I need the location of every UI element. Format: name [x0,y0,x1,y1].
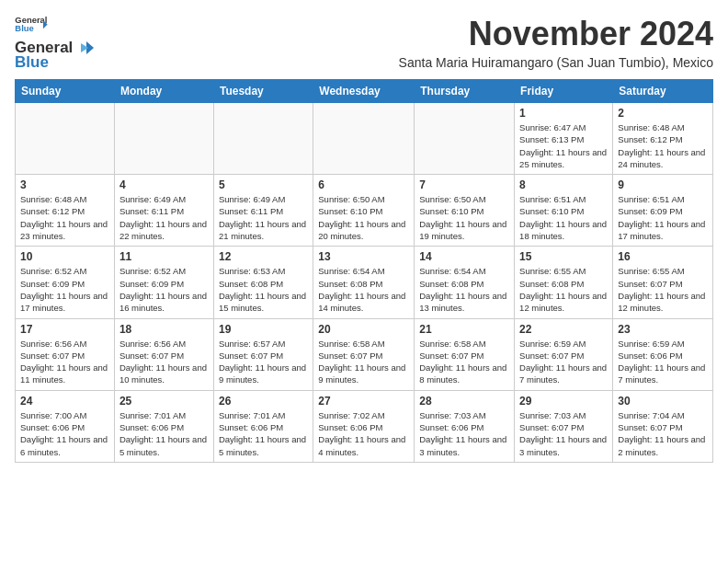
cell-info: Sunrise: 7:01 AM Sunset: 6:06 PM Dayligh… [119,409,209,458]
calendar-week-row: 1Sunrise: 6:47 AM Sunset: 6:13 PM Daylig… [16,103,713,175]
day-number: 28 [419,395,509,408]
day-number: 20 [318,323,409,336]
day-number: 24 [20,395,109,408]
day-number: 26 [219,395,308,408]
day-number: 8 [519,178,608,191]
calendar-header-wednesday: Wednesday [313,80,415,103]
logo-icon: General Blue [15,15,48,33]
calendar-cell [213,103,313,175]
calendar-cell [114,103,213,175]
cell-info: Sunrise: 6:50 AM Sunset: 6:10 PM Dayligh… [419,193,509,242]
calendar-cell: 25Sunrise: 7:01 AM Sunset: 6:06 PM Dayli… [114,390,213,462]
day-number: 25 [119,395,209,408]
day-number: 3 [20,178,109,191]
calendar-cell: 16Sunrise: 6:55 AM Sunset: 6:07 PM Dayli… [613,247,713,318]
cell-info: Sunrise: 7:03 AM Sunset: 6:07 PM Dayligh… [519,409,608,458]
cell-info: Sunrise: 7:03 AM Sunset: 6:06 PM Dayligh… [419,409,509,458]
day-number: 6 [318,178,409,191]
cell-info: Sunrise: 6:55 AM Sunset: 6:07 PM Dayligh… [618,265,708,314]
cell-info: Sunrise: 6:50 AM Sunset: 6:10 PM Dayligh… [318,193,409,242]
cell-info: Sunrise: 7:02 AM Sunset: 6:06 PM Dayligh… [318,409,409,458]
calendar-week-row: 10Sunrise: 6:52 AM Sunset: 6:09 PM Dayli… [16,247,713,318]
logo-blue: Blue [15,53,49,72]
cell-info: Sunrise: 6:51 AM Sunset: 6:10 PM Dayligh… [519,193,608,242]
calendar-cell: 5Sunrise: 6:49 AM Sunset: 6:11 PM Daylig… [213,175,313,247]
calendar-cell: 29Sunrise: 7:03 AM Sunset: 6:07 PM Dayli… [515,390,613,462]
cell-info: Sunrise: 6:58 AM Sunset: 6:07 PM Dayligh… [318,338,409,386]
calendar-header-friday: Friday [515,80,613,103]
calendar-cell: 15Sunrise: 6:55 AM Sunset: 6:08 PM Dayli… [515,247,613,318]
calendar-cell: 11Sunrise: 6:52 AM Sunset: 6:09 PM Dayli… [114,247,213,318]
cell-info: Sunrise: 7:01 AM Sunset: 6:06 PM Dayligh… [219,409,308,458]
day-number: 14 [419,250,509,263]
day-number: 11 [119,250,209,263]
cell-info: Sunrise: 6:48 AM Sunset: 6:12 PM Dayligh… [618,121,708,170]
day-number: 17 [20,323,109,336]
day-number: 21 [419,323,509,336]
calendar-cell: 1Sunrise: 6:47 AM Sunset: 6:13 PM Daylig… [515,103,613,175]
day-number: 1 [519,107,608,120]
calendar-cell: 27Sunrise: 7:02 AM Sunset: 6:06 PM Dayli… [313,390,415,462]
day-number: 5 [219,178,308,191]
cell-info: Sunrise: 6:52 AM Sunset: 6:09 PM Dayligh… [119,265,209,314]
calendar-week-row: 24Sunrise: 7:00 AM Sunset: 6:06 PM Dayli… [16,390,713,462]
calendar-cell: 20Sunrise: 6:58 AM Sunset: 6:07 PM Dayli… [313,318,415,390]
day-number: 19 [219,323,308,336]
calendar-cell: 9Sunrise: 6:51 AM Sunset: 6:09 PM Daylig… [613,175,713,247]
day-number: 30 [618,395,708,408]
day-number: 10 [20,250,109,263]
day-number: 27 [318,395,409,408]
calendar-cell: 30Sunrise: 7:04 AM Sunset: 6:07 PM Dayli… [613,390,713,462]
cell-info: Sunrise: 6:49 AM Sunset: 6:11 PM Dayligh… [119,193,209,242]
cell-info: Sunrise: 6:47 AM Sunset: 6:13 PM Dayligh… [519,121,608,170]
day-number: 9 [618,178,708,191]
calendar-header-saturday: Saturday [613,80,713,103]
calendar-week-row: 17Sunrise: 6:56 AM Sunset: 6:07 PM Dayli… [16,318,713,390]
calendar-cell: 2Sunrise: 6:48 AM Sunset: 6:12 PM Daylig… [613,103,713,175]
page-header: General Blue General Blue November 2024 … [15,15,713,72]
day-number: 16 [618,250,708,263]
day-number: 23 [618,323,708,336]
cell-info: Sunrise: 6:53 AM Sunset: 6:08 PM Dayligh… [219,265,308,314]
calendar-cell [16,103,115,175]
day-number: 2 [618,107,708,120]
calendar-cell: 28Sunrise: 7:03 AM Sunset: 6:06 PM Dayli… [415,390,515,462]
cell-info: Sunrise: 6:49 AM Sunset: 6:11 PM Dayligh… [219,193,308,242]
calendar-cell: 24Sunrise: 7:00 AM Sunset: 6:06 PM Dayli… [16,390,115,462]
calendar-cell: 10Sunrise: 6:52 AM Sunset: 6:09 PM Dayli… [16,247,115,318]
calendar-table: SundayMondayTuesdayWednesdayThursdayFrid… [15,79,713,463]
calendar-cell: 23Sunrise: 6:59 AM Sunset: 6:06 PM Dayli… [613,318,713,390]
location-title: Santa Maria Huiramangaro (San Juan Tumbi… [399,55,713,70]
cell-info: Sunrise: 6:48 AM Sunset: 6:12 PM Dayligh… [20,193,109,242]
cell-info: Sunrise: 6:54 AM Sunset: 6:08 PM Dayligh… [318,265,409,314]
day-number: 12 [219,250,308,263]
calendar-cell: 12Sunrise: 6:53 AM Sunset: 6:08 PM Dayli… [213,247,313,318]
cell-info: Sunrise: 7:00 AM Sunset: 6:06 PM Dayligh… [20,409,109,458]
calendar-cell: 14Sunrise: 6:54 AM Sunset: 6:08 PM Dayli… [415,247,515,318]
calendar-cell: 26Sunrise: 7:01 AM Sunset: 6:06 PM Dayli… [213,390,313,462]
day-number: 22 [519,323,608,336]
calendar-header-monday: Monday [114,80,213,103]
cell-info: Sunrise: 6:59 AM Sunset: 6:06 PM Dayligh… [618,338,708,386]
svg-text:Blue: Blue [15,23,33,33]
cell-info: Sunrise: 6:57 AM Sunset: 6:07 PM Dayligh… [219,338,308,386]
cell-info: Sunrise: 6:56 AM Sunset: 6:07 PM Dayligh… [20,338,109,386]
logo-bird-icon [74,41,94,54]
cell-info: Sunrise: 7:04 AM Sunset: 6:07 PM Dayligh… [618,409,708,458]
logo: General Blue General Blue [15,15,95,72]
calendar-header-tuesday: Tuesday [213,80,313,103]
calendar-header-row: SundayMondayTuesdayWednesdayThursdayFrid… [16,80,713,103]
calendar-header-thursday: Thursday [415,80,515,103]
calendar-cell: 18Sunrise: 6:56 AM Sunset: 6:07 PM Dayli… [114,318,213,390]
cell-info: Sunrise: 6:52 AM Sunset: 6:09 PM Dayligh… [20,265,109,314]
calendar-cell: 8Sunrise: 6:51 AM Sunset: 6:10 PM Daylig… [515,175,613,247]
calendar-cell: 21Sunrise: 6:58 AM Sunset: 6:07 PM Dayli… [415,318,515,390]
cell-info: Sunrise: 6:58 AM Sunset: 6:07 PM Dayligh… [419,338,509,386]
day-number: 18 [119,323,209,336]
calendar-week-row: 3Sunrise: 6:48 AM Sunset: 6:12 PM Daylig… [16,175,713,247]
title-block: November 2024 Santa Maria Huiramangaro (… [399,15,713,70]
cell-info: Sunrise: 6:59 AM Sunset: 6:07 PM Dayligh… [519,338,608,386]
month-title: November 2024 [399,15,713,53]
calendar-cell: 3Sunrise: 6:48 AM Sunset: 6:12 PM Daylig… [16,175,115,247]
calendar-cell: 4Sunrise: 6:49 AM Sunset: 6:11 PM Daylig… [114,175,213,247]
